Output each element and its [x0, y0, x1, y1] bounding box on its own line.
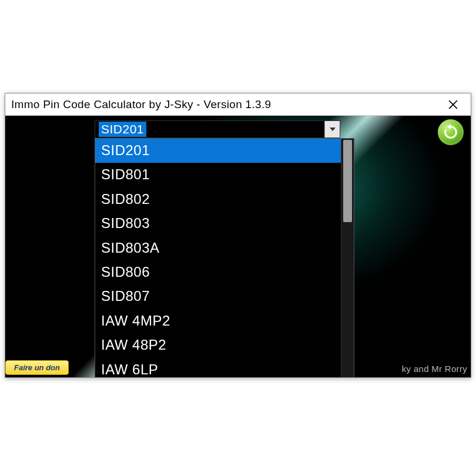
dropdown-options-container: SID201SID801SID802SID803SID803ASID806SID…	[95, 139, 341, 377]
dropdown-item[interactable]: SID801	[95, 163, 341, 187]
dropdown-item[interactable]: SID806	[95, 260, 341, 284]
combobox-input[interactable]: SID201	[95, 121, 324, 138]
svg-marker-3	[447, 124, 451, 129]
content-area: SID201 SID201SID801SID802SID803SID803ASI…	[5, 116, 471, 377]
refresh-button[interactable]	[438, 119, 464, 145]
scrollbar-thumb[interactable]	[343, 140, 352, 222]
svg-marker-2	[330, 128, 336, 131]
dropdown-item[interactable]: SID807	[95, 284, 341, 309]
donate-button[interactable]: Faire un don	[5, 360, 69, 375]
combobox-dropdown-button[interactable]	[324, 121, 340, 138]
close-button[interactable]	[441, 93, 465, 115]
chevron-down-icon	[330, 128, 336, 131]
dropdown-item[interactable]: SID803A	[95, 236, 341, 260]
dropdown-item[interactable]: IAW 48P2	[95, 333, 341, 357]
dropdown-item[interactable]: SID803	[95, 212, 341, 236]
window-title: Immo Pin Code Calculator by J-Sky - Vers…	[11, 98, 441, 111]
dropdown-item[interactable]: SID802	[95, 187, 341, 212]
dropdown-item[interactable]: IAW 4MP2	[95, 309, 341, 333]
ecu-type-dropdown-list: SID201SID801SID802SID803SID803ASID806SID…	[95, 138, 354, 377]
titlebar: Immo Pin Code Calculator by J-Sky - Vers…	[5, 93, 471, 116]
dropdown-item[interactable]: SID201	[95, 139, 341, 163]
dropdown-item[interactable]: IAW 6LP	[95, 358, 341, 377]
ecu-type-combobox[interactable]: SID201	[95, 120, 340, 138]
combobox-selected-text: SID201	[99, 122, 146, 137]
refresh-icon	[443, 124, 459, 140]
credit-text: ky and Mr Rorry	[402, 364, 467, 374]
close-icon	[448, 100, 458, 109]
app-window: Immo Pin Code Calculator by J-Sky - Vers…	[5, 93, 471, 378]
dropdown-scrollbar[interactable]	[341, 139, 354, 377]
